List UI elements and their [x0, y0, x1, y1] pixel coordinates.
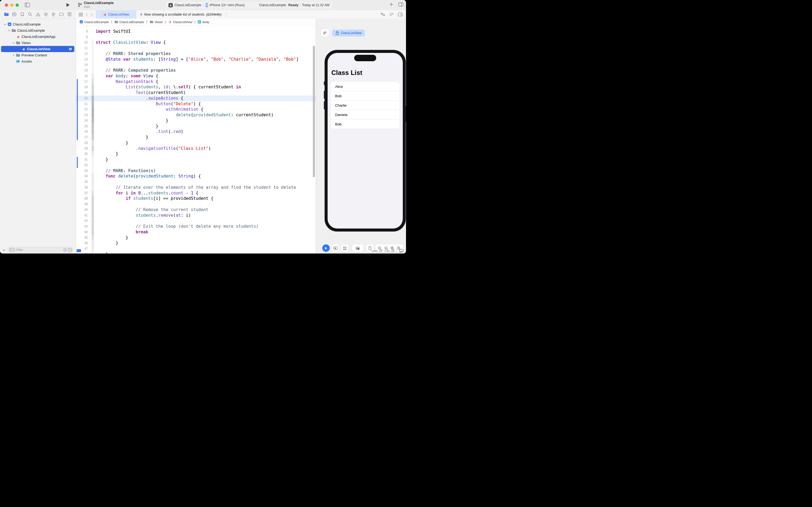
code-line-44[interactable]: 44 break — [76, 229, 316, 235]
code-line-46[interactable]: 46 } — [76, 240, 316, 246]
code-line-32[interactable]: 32 — [76, 163, 316, 168]
breakpoint-indicator[interactable] — [76, 249, 81, 252]
code-line-22[interactable]: 22 withAnimation { — [76, 107, 316, 112]
line-number[interactable]: 44 — [76, 229, 90, 235]
fold-ribbon[interactable] — [92, 173, 94, 179]
code-line-11[interactable]: 11 — [76, 45, 316, 51]
tab-overview-icon[interactable] — [79, 12, 83, 17]
code-line-24[interactable]: 24 } — [76, 118, 316, 123]
live-preview-button[interactable] — [322, 244, 330, 252]
reports-navigator-icon[interactable] — [67, 11, 72, 17]
code-line-38[interactable]: 38 if students[i] == providedStudent { — [76, 196, 316, 202]
student-row[interactable]: Daniela — [331, 110, 400, 119]
code-line-13[interactable]: 13 @State var students: [String] = ["Ali… — [76, 57, 316, 62]
code-line-15[interactable]: 15 // MARK: Computed properties — [76, 68, 316, 73]
breadcrumb-project[interactable]: AClassListExample — [79, 20, 109, 23]
code-line-40[interactable]: 40 // Remove the current student — [76, 207, 316, 213]
code-line-43[interactable]: 43 // Exit the loop (don't delete any mo… — [76, 224, 316, 229]
line-number[interactable]: 46 — [76, 240, 90, 246]
student-row[interactable]: Alice — [331, 82, 400, 91]
source-control-navigator-icon[interactable] — [11, 11, 17, 17]
inspector-toggle-icon[interactable] — [398, 2, 403, 6]
add-file-button[interactable]: + — [2, 247, 6, 252]
editor-scrollbar[interactable] — [313, 46, 315, 177]
line-number[interactable]: 25 — [76, 123, 90, 129]
run-button[interactable] — [66, 3, 70, 7]
chevron-right-icon[interactable] — [11, 54, 15, 56]
line-number[interactable]: 42 — [76, 218, 90, 224]
file-tree-item-classlistexample[interactable]: ClassListExample — [0, 27, 75, 34]
line-number[interactable]: 40 — [76, 207, 90, 213]
fold-ribbon[interactable] — [92, 40, 94, 45]
line-number[interactable]: 26 — [76, 129, 90, 134]
fold-ribbon[interactable] — [92, 190, 94, 196]
line-number[interactable]: 41 — [76, 213, 90, 218]
line-number[interactable]: 18 — [76, 84, 90, 90]
line-number[interactable]: 22 — [76, 107, 90, 112]
line-number[interactable]: 33 — [76, 168, 90, 174]
fold-ribbon[interactable] — [92, 157, 94, 163]
line-number[interactable]: 14 — [76, 62, 90, 68]
fold-ribbon[interactable] — [92, 151, 94, 157]
variants-grid-button[interactable] — [341, 244, 349, 252]
code-line-36[interactable]: 36 // Iterate over the elements of the a… — [76, 185, 316, 190]
find-navigator-icon[interactable] — [27, 11, 33, 17]
breadcrumb-views[interactable]: Views — [150, 20, 163, 23]
line-number[interactable]: 32 — [76, 163, 90, 168]
code-line-48[interactable]: 48 } — [76, 251, 316, 253]
fold-ribbon[interactable] — [92, 107, 94, 112]
code-line-30[interactable]: 30 } — [76, 151, 316, 157]
line-number[interactable]: 30 — [76, 151, 90, 157]
code-line-26[interactable]: 26 .tint(.red) — [76, 129, 316, 134]
line-number[interactable]: 12 — [76, 51, 90, 57]
fold-ribbon[interactable] — [92, 84, 94, 90]
line-number[interactable]: 45 — [76, 235, 90, 241]
device-settings-button[interactable] — [352, 244, 363, 252]
fold-ribbon[interactable] — [92, 35, 94, 40]
code-line-33[interactable]: 33 // MARK: Function(s) — [76, 168, 316, 174]
issues-navigator-icon[interactable] — [36, 11, 41, 17]
file-tree-item-assets[interactable]: Assets — [0, 58, 75, 64]
line-number[interactable]: 9 — [76, 35, 90, 40]
fold-ribbon[interactable] — [92, 73, 94, 79]
fold-ribbon[interactable] — [92, 96, 94, 101]
filter-input[interactable]: Filter — [7, 247, 73, 253]
file-tree-item-classlistexampleapp[interactable]: ClassListExampleApp — [0, 34, 75, 40]
fold-ribbon[interactable] — [92, 112, 94, 118]
code-line-28[interactable]: 28 } — [76, 140, 316, 146]
code-line-41[interactable]: 41 students.remove(at: i) — [76, 213, 316, 218]
fold-ribbon[interactable] — [92, 51, 94, 57]
sidebar-toggle-icon[interactable] — [25, 3, 30, 7]
source-editor[interactable]: 78import SwiftUI910struct ClassListView:… — [76, 25, 316, 253]
line-number[interactable]: 15 — [76, 68, 90, 73]
code-line-47[interactable]: 47 — [76, 246, 316, 251]
fold-ribbon[interactable] — [92, 163, 94, 168]
code-line-14[interactable]: 14 — [76, 62, 316, 68]
code-line-37[interactable]: 37 for i in 0...students.count - 1 { — [76, 190, 316, 196]
target-app-icon[interactable]: A — [168, 3, 173, 7]
fold-ribbon[interactable] — [92, 213, 94, 218]
fold-ribbon[interactable] — [92, 218, 94, 224]
fold-ribbon[interactable] — [92, 129, 94, 134]
fold-ribbon[interactable] — [92, 196, 94, 202]
zoom-window-button[interactable] — [15, 3, 19, 7]
tab-commit-message[interactable]: # Now showing a scrollable list of stude… — [136, 10, 226, 18]
adjust-editor-icon[interactable] — [389, 13, 394, 16]
debug-navigator-icon[interactable] — [51, 11, 56, 17]
fold-ribbon[interactable] — [92, 202, 94, 207]
fold-ribbon[interactable] — [92, 251, 94, 253]
fold-ribbon[interactable] — [92, 57, 94, 62]
editor-layout-icon[interactable] — [398, 13, 403, 16]
fold-ribbon[interactable] — [92, 185, 94, 190]
line-number[interactable]: 16 — [76, 73, 90, 79]
chevron-down-icon[interactable] — [3, 23, 7, 25]
line-number[interactable]: 11 — [76, 45, 90, 51]
source-change-bar[interactable] — [77, 157, 78, 168]
code-line-17[interactable]: 17 NavigationStack { — [76, 79, 316, 84]
preview-target-chip[interactable]: ClassListView — [332, 30, 365, 37]
fold-ribbon[interactable] — [92, 179, 94, 185]
line-number[interactable]: 23 — [76, 112, 90, 118]
fold-ribbon[interactable] — [92, 25, 94, 29]
fold-ribbon[interactable] — [92, 207, 94, 213]
line-number[interactable]: 34 — [76, 173, 90, 179]
